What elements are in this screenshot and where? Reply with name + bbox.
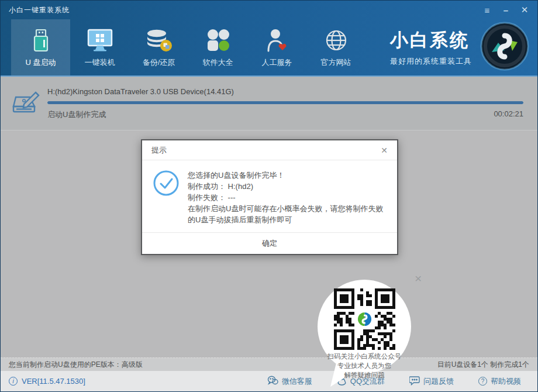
dialog-title: 提示 <box>151 145 167 156</box>
dialog-line: 制作失败： --- <box>188 192 384 203</box>
progress-status: 启动U盘制作完成 <box>47 109 106 120</box>
help-video-link[interactable]: ? 帮助视频 <box>478 375 521 387</box>
app-window: 小白一键重装系统 ≡ – ✕ U 盘启动 <box>0 0 538 392</box>
brand-text: 小白系统 最好用的系统重装工具 <box>390 28 472 67</box>
device-count-text: 目前U盘设备1个 制作完成1个 <box>437 360 529 370</box>
pe-version-text: 您当前制作启动U盘使用的PE版本：高级版 <box>9 360 143 370</box>
usb-drive-icon <box>30 27 51 52</box>
progress-timer: 00:02:21 <box>494 109 523 120</box>
qr-code <box>334 288 395 350</box>
database-backup-icon <box>146 27 173 52</box>
footer-link-label: 微信客服 <box>282 376 312 387</box>
nav-item-usb-boot[interactable]: U 盘启动 <box>11 19 70 75</box>
progress-bar <box>47 101 523 104</box>
nav-item-support[interactable]: 人工服务 <box>247 19 306 75</box>
wechat-support-link[interactable]: 微信客服 <box>267 375 312 387</box>
minimize-icon[interactable]: – <box>498 3 514 17</box>
support-person-icon <box>265 27 289 52</box>
ok-button[interactable]: 确定 <box>244 236 295 251</box>
brand-subtitle: 最好用的系统重装工具 <box>390 56 472 67</box>
window-controls: ≡ – ✕ <box>479 3 533 17</box>
progress-bar-fill <box>47 101 523 104</box>
alert-dialog: 提示 ✕ 您选择的U盘设备制作完毕！ 制作成功： H:(hd2) 制作失败： -… <box>141 139 398 255</box>
version-text: VER[11.5.47.1530] <box>22 377 85 386</box>
close-icon[interactable]: ✕ <box>516 3 533 17</box>
info-icon: i <box>9 377 18 386</box>
dialog-close-icon[interactable]: ✕ <box>381 146 388 155</box>
apps-clover-icon <box>206 27 230 52</box>
dialog-footer: 确定 <box>142 232 397 254</box>
globe-icon <box>325 27 348 52</box>
nav-bar: U 盘启动 一键装机 <box>1 19 537 75</box>
nav-item-backup-restore[interactable]: 备份/还原 <box>129 19 188 75</box>
version-info[interactable]: i VER[11.5.47.1530] <box>9 377 85 386</box>
brand-logo-icon <box>480 22 529 73</box>
bubble-close-icon[interactable]: × <box>415 273 422 284</box>
qr-bubble: 扫码关注小白系统公众号 专业技术人员为您 解答疑难问题 <box>318 280 411 388</box>
nav-item-software[interactable]: 软件大全 <box>188 19 247 75</box>
nav-item-website[interactable]: 官方网站 <box>306 19 365 75</box>
qr-caption-line: 扫码关注小白系统公众号 <box>327 352 402 361</box>
qr-caption: 扫码关注小白系统公众号 专业技术人员为您 解答疑难问题 <box>327 352 402 380</box>
progress-status-row: 启动U盘制作完成 00:02:21 <box>47 109 523 120</box>
progress-section: H:(hd2)Kingston DataTraveler 3.0 USB Dev… <box>1 77 537 130</box>
nav-item-one-click-install[interactable]: 一键装机 <box>70 19 129 75</box>
menu-icon[interactable]: ≡ <box>479 3 495 17</box>
app-title: 小白一键重装系统 <box>9 5 70 15</box>
status-bar: 您当前制作启动U盘使用的PE版本：高级版 目前U盘设备1个 制作完成1个 <box>1 357 537 371</box>
brand-area: 小白系统 最好用的系统重装工具 <box>390 19 529 75</box>
nav-label: U 盘启动 <box>26 57 56 68</box>
dialog-header: 提示 ✕ <box>142 140 397 160</box>
dialog-line: 制作成功： H:(hd2) <box>188 181 384 192</box>
help-icon: ? <box>478 377 487 386</box>
footer: i VER[11.5.47.1530] 微信客服 <box>1 371 537 391</box>
usb-burn-icon <box>10 89 40 118</box>
nav-label: 软件大全 <box>203 57 233 68</box>
brand-title: 小白系统 <box>390 28 472 53</box>
feedback-link[interactable]: 问题反馈 <box>409 375 454 387</box>
nav-label: 一键装机 <box>85 57 115 68</box>
dialog-line: 您选择的U盘设备制作完毕！ <box>188 170 384 181</box>
dialog-line: 在制作启动U盘时可能存在小概率会失败，请您将制作失败的U盘手动拔插后重新制作即可 <box>188 203 384 225</box>
footer-link-label: 问题反馈 <box>423 376 454 387</box>
dialog-body: 您选择的U盘设备制作完毕！ 制作成功： H:(hd2) 制作失败： --- 在制… <box>142 160 397 232</box>
qr-caption-line: 解答疑难问题 <box>327 370 402 380</box>
progress-body: H:(hd2)Kingston DataTraveler 3.0 USB Dev… <box>47 87 523 120</box>
header: 小白一键重装系统 ≡ – ✕ U 盘启动 <box>1 1 537 77</box>
dialog-message: 您选择的U盘设备制作完毕！ 制作成功： H:(hd2) 制作失败： --- 在制… <box>188 170 384 229</box>
qr-caption-line: 专业技术人员为您 <box>327 361 402 370</box>
monitor-icon <box>87 27 113 52</box>
bubble-circle: 扫码关注小白系统公众号 专业技术人员为您 解答疑难问题 <box>318 280 411 373</box>
footer-link-label: 帮助视频 <box>491 376 521 387</box>
qr-center-logo-icon <box>357 311 373 327</box>
nav-label: 人工服务 <box>262 57 292 68</box>
nav-label: 备份/还原 <box>143 57 175 68</box>
wechat-icon <box>267 376 278 387</box>
device-name: H:(hd2)Kingston DataTraveler 3.0 USB Dev… <box>47 87 523 96</box>
titlebar: 小白一键重装系统 ≡ – ✕ <box>1 1 537 19</box>
success-check-icon <box>153 170 180 229</box>
nav-label: 官方网站 <box>321 57 351 68</box>
